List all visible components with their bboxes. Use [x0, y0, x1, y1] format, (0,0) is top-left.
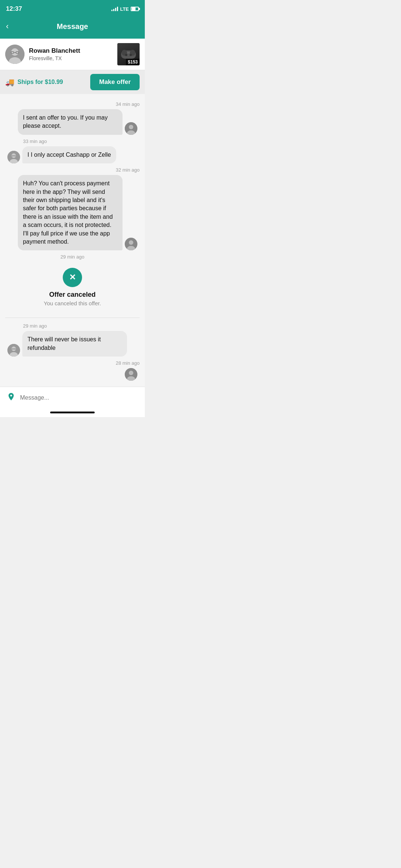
bubble-3: Huh? You can't process payment here in t…: [18, 175, 123, 250]
divider: [5, 318, 140, 318]
svg-point-13: [129, 125, 133, 129]
product-thumbnail[interactable]: $153: [117, 43, 140, 65]
messages-area: 34 min ago I sent an offer to you. If yo…: [0, 94, 145, 387]
offer-cancelled-section: ✕ Offer canceled You canceled this offer…: [5, 262, 140, 312]
timestamp-1: 34 min ago: [5, 101, 140, 107]
receiver-avatar-5: [7, 344, 20, 357]
shipping-bar: 🚚 Ships for $10.99 Make offer: [0, 70, 145, 94]
truck-icon: 🚚: [5, 78, 14, 87]
header-title: Message: [57, 22, 88, 31]
timestamp-3: 32 min ago: [5, 167, 140, 173]
message-row-2: I I only accept Cashapp or Zelle: [5, 146, 140, 163]
svg-rect-11: [127, 52, 130, 53]
timestamp-5: 29 min ago: [5, 323, 140, 329]
svg-point-31: [129, 371, 133, 375]
sender-avatar-1: [125, 122, 137, 135]
bubble-2: I I only accept Cashapp or Zelle: [22, 146, 116, 163]
status-time: 12:37: [6, 5, 22, 13]
user-location: Floresville, TX: [29, 55, 117, 61]
timestamp-6: 28 min ago: [5, 360, 140, 366]
message-input[interactable]: [20, 393, 140, 403]
sender-avatar-3: [125, 238, 137, 250]
cancel-icon: ✕: [63, 268, 82, 287]
sender-avatar-6: [125, 368, 137, 381]
offer-cancelled-title: Offer canceled: [5, 291, 140, 299]
user-avatar: [5, 45, 25, 64]
timestamp-offer-cancelled: 29 min ago: [5, 254, 140, 260]
cancel-x-icon: ✕: [69, 273, 76, 282]
user-name: Rowan Blanchett: [29, 47, 117, 55]
shipping-info: 🚚 Ships for $10.99: [5, 78, 63, 87]
message-row-3: Huh? You can't process payment here in t…: [5, 175, 140, 250]
message-row-5: There will never be issues it refundable: [5, 331, 140, 357]
timestamp-2: 33 min ago: [5, 139, 140, 144]
signal-icon: [111, 7, 118, 11]
svg-point-22: [129, 240, 133, 245]
svg-point-1: [11, 48, 19, 56]
user-details: Rowan Blanchett Floresville, TX: [25, 47, 117, 61]
shipping-text: Ships for $10.99: [17, 79, 63, 85]
input-bar: [0, 387, 145, 409]
network-type: LTE: [120, 6, 129, 12]
svg-point-9: [125, 54, 127, 56]
message-row-1: I sent an offer to you. If you may pleas…: [5, 109, 140, 135]
home-bar: [50, 412, 95, 413]
make-offer-button[interactable]: Make offer: [90, 74, 140, 90]
status-bar: 12:37 LTE: [0, 0, 145, 16]
bubble-5: There will never be issues it refundable: [22, 331, 127, 357]
battery-icon: [131, 7, 139, 11]
status-icons: LTE: [111, 6, 139, 12]
offer-cancelled-subtitle: You canceled this offer.: [5, 300, 140, 306]
location-button[interactable]: [5, 391, 17, 405]
receiver-avatar-2: [7, 151, 20, 163]
user-info-bar: Rowan Blanchett Floresville, TX $153: [0, 39, 145, 70]
bubble-1: I sent an offer to you. If you may pleas…: [18, 109, 123, 135]
back-button[interactable]: ‹: [6, 20, 12, 33]
svg-point-10: [130, 54, 132, 56]
product-price: $153: [126, 59, 140, 65]
header: ‹ Message: [0, 16, 145, 39]
home-indicator: [0, 409, 145, 417]
message-row-6: [5, 368, 140, 381]
